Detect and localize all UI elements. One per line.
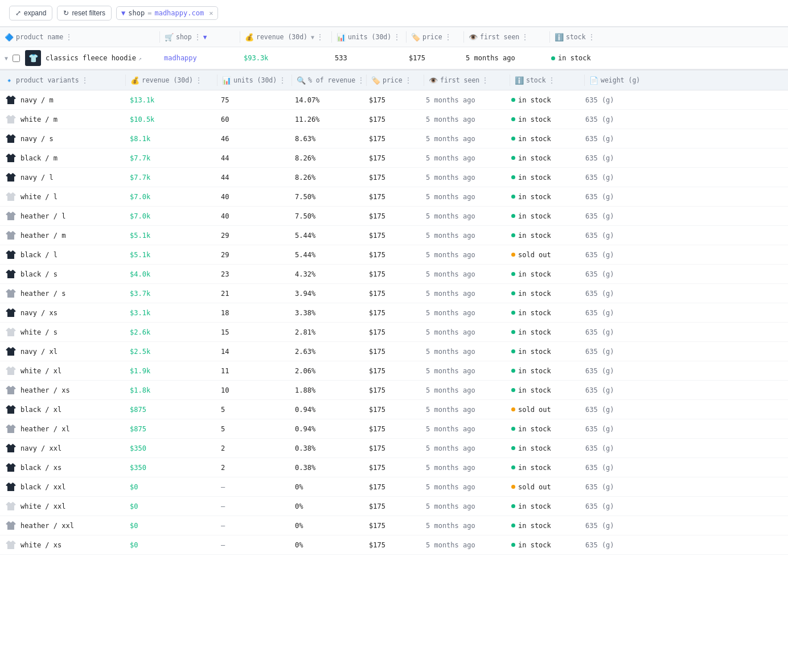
variant-revenue-cell: $1.8k — [125, 384, 216, 397]
variant-stock-cell: in stock — [507, 442, 581, 455]
variant-revenue-cell: $3.7k — [125, 287, 216, 300]
variant-stock-cell: in stock — [507, 519, 581, 533]
sub-units-icon: 📊 — [222, 76, 231, 85]
variant-revenue: $7.0k — [130, 193, 150, 201]
variant-revenue-cell: $350 — [125, 461, 216, 475]
revenue-col-menu[interactable]: ⋮ — [317, 33, 323, 41]
variant-icon — [5, 133, 17, 145]
variant-icon — [5, 171, 17, 184]
variant-price: $175 — [369, 154, 385, 162]
filter-value-link[interactable]: madhappy.com — [154, 9, 204, 17]
variant-price-cell: $175 — [364, 306, 421, 320]
table-row: black / l $5.1k 29 5.44% $175 5 months a… — [0, 245, 788, 265]
variant-stock: in stock — [518, 154, 551, 162]
variant-revenue-cell: $875 — [125, 403, 216, 417]
variant-price: $175 — [369, 386, 385, 394]
sub-firstseen-menu[interactable]: ⋮ — [482, 76, 489, 84]
units-col-menu[interactable]: ⋮ — [393, 33, 400, 41]
variant-price-cell: $175 — [364, 267, 421, 281]
variant-weight-cell: 635 (g) — [581, 287, 638, 300]
variant-revenue: $2.5k — [130, 348, 150, 356]
variant-units-cell: 75 — [216, 93, 290, 107]
variant-weight: 635 (g) — [585, 367, 614, 375]
revenue-sort-icon[interactable]: ▼ — [311, 34, 314, 40]
external-link-icon[interactable]: ↗ — [138, 55, 142, 61]
variant-units-cell: 29 — [216, 229, 290, 242]
variant-units-cell: 21 — [216, 287, 290, 300]
variant-pct: 0% — [295, 502, 303, 510]
sub-revenue-menu[interactable]: ⋮ — [195, 76, 202, 84]
variant-pct-cell: 0% — [290, 519, 364, 533]
variant-weight: 635 (g) — [585, 96, 614, 104]
col-shop-label: shop — [176, 33, 192, 41]
variant-weight: 635 (g) — [585, 444, 614, 452]
variant-name: heather / l — [20, 212, 65, 220]
variant-stock: in stock — [518, 444, 551, 452]
variant-revenue: $3.7k — [130, 290, 150, 298]
variant-price: $175 — [369, 406, 385, 414]
variant-price: $175 — [369, 232, 385, 240]
variant-units-cell: – — [216, 480, 290, 494]
variant-units-cell: 14 — [216, 345, 290, 358]
variant-weight: 635 (g) — [585, 522, 614, 530]
table-row: white / s $2.6k 15 2.81% $175 5 months a… — [0, 323, 788, 342]
sub-units-menu[interactable]: ⋮ — [279, 76, 286, 84]
shop-col-menu[interactable]: ⋮ — [194, 33, 201, 41]
col-stock-label: stock — [566, 33, 586, 41]
col-firstseen-label: first seen — [480, 33, 519, 41]
stock-col-menu[interactable]: ⋮ — [588, 33, 595, 41]
expand-icon: ⤢ — [15, 9, 21, 17]
variant-units: 10 — [221, 386, 229, 394]
product-checkbox[interactable] — [13, 55, 20, 62]
variant-units: 40 — [221, 193, 229, 201]
close-filter-icon[interactable]: ✕ — [209, 9, 213, 17]
variant-firstseen: 5 months ago — [426, 212, 475, 220]
variant-price-cell: $175 — [364, 113, 421, 126]
variant-revenue-cell: $13.1k — [125, 93, 216, 107]
variant-firstseen: 5 months ago — [426, 483, 475, 491]
variant-weight-cell: 635 (g) — [581, 500, 638, 513]
variant-firstseen: 5 months ago — [426, 464, 475, 472]
sub-price-menu[interactable]: ⋮ — [405, 76, 412, 84]
price-col-menu[interactable]: ⋮ — [445, 33, 452, 41]
variant-name: white / xxl — [20, 502, 65, 510]
collapse-chevron[interactable]: ▼ — [5, 55, 8, 61]
col-units-label: units (30d) — [348, 33, 391, 41]
variant-stock-cell: in stock — [507, 364, 581, 378]
variant-revenue-cell: $0 — [125, 480, 216, 494]
variant-pct-cell: 4.32% — [290, 267, 364, 281]
variant-pct: 8.26% — [295, 174, 315, 182]
sub-pct-menu[interactable]: ⋮ — [358, 76, 364, 84]
variant-name-cell: black / xl — [0, 401, 125, 419]
sub-col-units-label: units (30d) — [233, 76, 277, 84]
shop-filter-icon[interactable]: ▼ — [203, 34, 207, 41]
variant-units-cell: – — [216, 519, 290, 533]
variant-firstseen-cell: 5 months ago — [421, 267, 507, 281]
variant-revenue-cell: $8.1k — [125, 132, 216, 146]
variant-revenue: $7.0k — [130, 212, 150, 220]
variant-icon — [5, 403, 17, 416]
sub-stock-menu[interactable]: ⋮ — [548, 76, 555, 84]
row-checkbox[interactable] — [10, 52, 22, 64]
variant-name: navy / xl — [20, 348, 58, 356]
firstseen-col-menu[interactable]: ⋮ — [522, 33, 528, 41]
reset-filters-button[interactable]: ↻ reset filters — [57, 6, 112, 20]
variant-weight-cell: 635 (g) — [581, 519, 638, 533]
variant-stock-dot — [511, 137, 515, 141]
variant-firstseen: 5 months ago — [426, 386, 475, 394]
variant-firstseen-cell: 5 months ago — [421, 442, 507, 455]
variant-revenue: $0 — [130, 502, 138, 510]
variant-name: black / xs — [20, 464, 61, 472]
variant-price-cell: $175 — [364, 384, 421, 397]
variant-price: $175 — [369, 309, 385, 317]
variant-stock-dot — [511, 98, 515, 102]
expand-button[interactable]: ⤢ expand — [9, 6, 52, 20]
variant-stock: in stock — [518, 193, 551, 201]
variant-pct: 5.44% — [295, 251, 315, 259]
product-col-menu[interactable]: ⋮ — [65, 33, 72, 41]
table-row: heather / xl $875 5 0.94% $175 5 months … — [0, 419, 788, 439]
sub-variant-menu[interactable]: ⋮ — [81, 76, 88, 84]
variant-name: black / s — [20, 270, 58, 278]
variant-stock-cell: in stock — [507, 287, 581, 300]
product-shop-link[interactable]: madhappy — [164, 54, 197, 62]
